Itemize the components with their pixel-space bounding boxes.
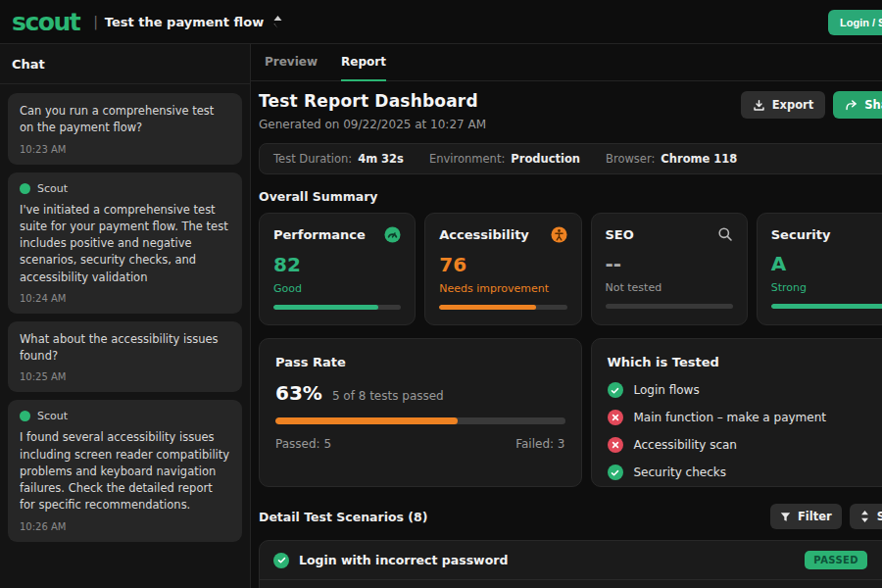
- seo-status: Not tested: [606, 281, 733, 294]
- accessibility-progress-bar: [439, 305, 566, 310]
- environment-label: Environment:: [429, 152, 505, 166]
- share-arrow-icon: [845, 99, 858, 112]
- filter-button[interactable]: Filter: [770, 504, 842, 529]
- browser-label: Browser:: [606, 152, 655, 166]
- top-bar: scout | Test the payment flow Login / Si…: [0, 0, 882, 44]
- summary-card-grid: Performance 82 Good: [259, 213, 882, 325]
- tested-item: Login flows: [608, 382, 882, 398]
- funnel-icon: [780, 512, 791, 522]
- search-icon: [717, 226, 733, 242]
- pass-rate-card: Pass Rate 63% 5 of 8 tests passed Passed…: [259, 338, 582, 487]
- check-circle-icon: [273, 553, 289, 568]
- tested-item: Accessibility scan: [608, 437, 882, 453]
- browser-value: Chrome 118: [661, 152, 737, 166]
- message-text: I've initiated a comprehensive test suit…: [20, 202, 230, 286]
- pass-rate-title: Pass Rate: [275, 355, 565, 369]
- export-button[interactable]: Export: [741, 91, 826, 119]
- message-time: 10:24 AM: [20, 293, 230, 304]
- seo-score: --: [606, 252, 733, 275]
- check-circle-icon: [608, 465, 623, 480]
- accessibility-status: Needs improvement: [439, 282, 566, 295]
- tab-preview[interactable]: Preview: [265, 44, 318, 81]
- security-progress-bar: [771, 304, 882, 309]
- page-title: Test Report Dashboard: [259, 91, 486, 111]
- accessibility-score: 76: [439, 253, 566, 276]
- seo-progress-bar: [606, 304, 733, 309]
- security-card: Security A Strong: [757, 213, 882, 325]
- chat-message-scout: Scout I found several accessibility issu…: [8, 400, 242, 541]
- project-title: Test the payment flow: [105, 15, 264, 29]
- login-signup-button[interactable]: Login / Sign Up: [828, 10, 882, 35]
- gauge-icon: [384, 226, 401, 243]
- divider: |: [93, 14, 98, 29]
- chat-message-list: Can you run a comprehensive test on the …: [0, 84, 250, 551]
- duration-label: Test Duration:: [273, 152, 352, 166]
- which-is-tested-title: Which is Tested: [608, 355, 882, 369]
- chat-message-user: Can you run a comprehensive test on the …: [8, 93, 242, 165]
- scenario-row[interactable]: Login with incorrect password PASSED: [260, 541, 882, 580]
- performance-progress-bar: [273, 305, 401, 310]
- report-content: Test Report Dashboard Generated on 09/22…: [251, 81, 882, 588]
- detail-scenarios-title: Detail Test Scenarios (8): [259, 510, 427, 524]
- detail-card-grid: Pass Rate 63% 5 of 8 tests passed Passed…: [259, 338, 882, 487]
- scenario-title: Login with incorrect password: [299, 553, 508, 567]
- test-meta-bar: Test Duration: 4m 32s Environment: Produ…: [259, 143, 882, 174]
- performance-status: Good: [273, 282, 401, 295]
- message-text: Can you run a comprehensive test on the …: [20, 103, 230, 137]
- chat-message-scout: Scout I've initiated a comprehensive tes…: [8, 172, 242, 314]
- generated-timestamp: Generated on 09/22/2025 at 10:27 AM: [259, 118, 486, 131]
- sort-updown-icon: [859, 511, 870, 522]
- overall-summary-title: Overall Summary: [259, 189, 882, 204]
- tab-report[interactable]: Report: [341, 44, 386, 81]
- view-tabbar: Preview Report: [251, 44, 882, 81]
- which-is-tested-card: Which is Tested Login flows: [591, 338, 882, 487]
- seo-card: SEO -- Not tested: [591, 213, 748, 325]
- check-circle-icon: [608, 382, 623, 398]
- message-time: 10:23 AM: [20, 144, 230, 155]
- scout-logo: scout: [12, 10, 79, 34]
- tab-steps[interactable]: Steps: [275, 580, 313, 588]
- performance-score: 82: [273, 253, 401, 276]
- message-time: 10:26 AM: [20, 521, 230, 532]
- share-button[interactable]: Share: [833, 91, 882, 119]
- scout-avatar-icon: [20, 183, 30, 194]
- security-status: Strong: [771, 281, 882, 294]
- environment-value: Production: [511, 152, 580, 166]
- passed-count: Passed: 5: [275, 437, 331, 451]
- main-panel: Preview Report Test Report Dashboard Gen…: [251, 44, 882, 588]
- tab-code[interactable]: Code: [332, 580, 363, 588]
- duration-value: 4m 32s: [358, 152, 404, 166]
- chevron-updown-icon: [273, 16, 282, 28]
- message-time: 10:25 AM: [20, 371, 230, 382]
- project-selector[interactable]: | Test the payment flow: [93, 14, 282, 29]
- pass-rate-progress-bar: [275, 417, 565, 424]
- pass-rate-summary: 5 of 8 tests passed: [332, 389, 444, 403]
- download-icon: [753, 99, 765, 112]
- x-circle-icon: [608, 437, 623, 453]
- performance-card: Performance 82 Good: [259, 213, 416, 325]
- sender-name: Scout: [37, 182, 68, 195]
- chat-header: Chat: [0, 44, 250, 84]
- failed-count: Failed: 3: [515, 437, 564, 451]
- message-text: What about the accessibility issues foun…: [20, 331, 230, 366]
- x-circle-icon: [608, 410, 623, 425]
- scout-avatar-icon: [20, 411, 30, 421]
- scenario-card: Login with incorrect password PASSED Ste…: [259, 540, 882, 588]
- app-window: scout | Test the payment flow Login / Si…: [0, 0, 882, 588]
- status-badge: PASSED: [805, 551, 867, 569]
- tested-item: Main function – make a payment: [608, 410, 882, 425]
- pass-rate-percent: 63%: [275, 381, 322, 405]
- security-score: A: [771, 252, 882, 275]
- chat-sidebar: Chat Can you run a comprehensive test on…: [0, 44, 251, 588]
- sender-name: Scout: [37, 410, 68, 422]
- sort-button[interactable]: Sort: [850, 504, 882, 529]
- message-text: I found several accessibility issues inc…: [20, 429, 230, 514]
- accessibility-card: Accessibility 76 Needs improvement: [424, 213, 581, 325]
- chat-message-user: What about the accessibility issues foun…: [8, 321, 242, 393]
- scenario-tabbar: Steps Code: [260, 580, 882, 588]
- tested-item: Security checks: [608, 465, 882, 480]
- accessibility-icon: [551, 226, 567, 243]
